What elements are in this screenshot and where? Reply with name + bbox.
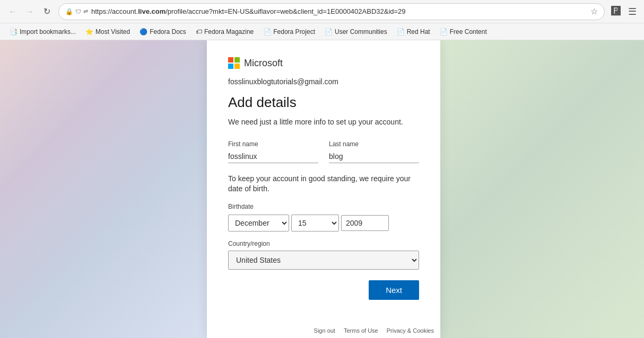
month-select[interactable]: January February March April May June Ju… [228, 215, 289, 232]
fedora-project-icon: 📄 [263, 28, 271, 35]
bookmark-fedora-docs-label: Fedora Docs [150, 28, 186, 35]
first-name-input[interactable] [228, 150, 318, 163]
ms-logo-green [234, 57, 240, 63]
ms-logo-red [228, 57, 233, 63]
bookmark-import-label: Import bookmarks... [20, 28, 76, 35]
name-row: First name Last name [228, 140, 419, 163]
dob-section: To keep your account in good standing, w… [228, 174, 419, 232]
address-text: https://account.live.com/profile/accrue?… [91, 7, 587, 15]
dob-note: To keep your account in good standing, w… [228, 174, 419, 194]
bookmark-user-communities-label: User Communities [335, 28, 387, 35]
day-select[interactable]: 1234 5678 9101112 13141516 17181920 2122… [291, 215, 339, 232]
form-panel: Microsoft fosslinuxblogtutorials@gmail.c… [207, 40, 440, 338]
bookmark-user-communities[interactable]: 📄 User Communities [320, 26, 391, 37]
privacy-link[interactable]: Privacy & Cookies [387, 327, 434, 334]
first-name-group: First name [228, 140, 318, 163]
back-button[interactable]: ← [5, 4, 20, 19]
most-visited-icon: ⭐ [85, 28, 93, 35]
microsoft-logo: Microsoft [228, 57, 419, 69]
ms-logo-grid [228, 57, 240, 69]
bookmark-most-visited[interactable]: ⭐ Most Visited [81, 26, 134, 37]
sign-out-link[interactable]: Sign out [314, 327, 335, 334]
last-name-label: Last name [329, 140, 419, 148]
browser-actions: 🅿 ☰ [609, 4, 639, 20]
next-button[interactable]: Next [369, 280, 419, 300]
fedora-docs-icon: 🔵 [140, 28, 147, 35]
birthdate-label: Birthdate [228, 203, 419, 210]
terms-link[interactable]: Terms of Use [344, 327, 378, 334]
last-name-group: Last name [329, 140, 419, 163]
address-bar-icons: 🔒 🛡 ⇌ [65, 8, 88, 15]
address-bar[interactable]: 🔒 🛡 ⇌ https://account.live.com/profile/a… [58, 3, 605, 20]
background-left [0, 40, 207, 338]
bookmark-red-hat[interactable]: 📄 Red Hat [393, 26, 434, 37]
shield-icon: 🛡 [75, 8, 81, 15]
bookmarks-bar: 📑 Import bookmarks... ⭐ Most Visited 🔵 F… [0, 23, 644, 40]
ms-logo-yellow [234, 64, 240, 69]
dob-row: January February March April May June Ju… [228, 215, 419, 232]
user-communities-icon: 📄 [325, 28, 333, 35]
button-row: Next [228, 280, 419, 300]
bookmark-free-content-label: Free Content [450, 28, 487, 35]
country-label: Country/region [228, 240, 419, 247]
red-hat-icon: 📄 [397, 28, 405, 35]
country-select[interactable]: United States United Kingdom Canada Aust… [228, 251, 419, 270]
browser-toolbar: ← → ↻ 🔒 🛡 ⇌ https://account.live.com/pro… [0, 0, 644, 23]
fedora-magazine-icon: 🏷 [196, 28, 202, 35]
last-name-input[interactable] [329, 150, 419, 163]
page-footer: Sign out Terms of Use Privacy & Cookies [308, 323, 440, 338]
bookmark-import-bookmarks[interactable]: 📑 Import bookmarks... [5, 26, 80, 37]
bookmark-fedora-docs[interactable]: 🔵 Fedora Docs [135, 26, 190, 37]
bookmark-free-content[interactable]: 📄 Free Content [436, 26, 491, 37]
bookmark-most-visited-label: Most Visited [95, 28, 130, 35]
bookmark-star-button[interactable]: ☆ [590, 6, 598, 16]
bookmark-fedora-project[interactable]: 📄 Fedora Project [259, 26, 319, 37]
lock-icon: 🔒 [65, 8, 73, 15]
ms-logo-blue [228, 64, 233, 69]
import-icon: 📑 [10, 28, 18, 35]
account-email: fosslinuxblogtutorials@gmail.com [228, 77, 419, 86]
forward-button[interactable]: → [22, 4, 37, 19]
bookmark-red-hat-label: Red Hat [407, 28, 430, 35]
free-content-icon: 📄 [440, 28, 448, 35]
bookmark-fedora-magazine[interactable]: 🏷 Fedora Magazine [192, 26, 258, 37]
first-name-label: First name [228, 140, 318, 148]
redirect-icon: ⇌ [83, 8, 88, 15]
pocket-button[interactable]: 🅿 [609, 4, 623, 19]
reload-button[interactable]: ↻ [39, 4, 54, 19]
bookmark-fedora-project-label: Fedora Project [273, 28, 315, 35]
bookmark-fedora-magazine-label: Fedora Magazine [204, 28, 254, 35]
year-input[interactable] [341, 215, 389, 231]
page-title: Add details [228, 94, 419, 111]
menu-button[interactable]: ☰ [626, 4, 639, 20]
microsoft-logo-text: Microsoft [244, 58, 283, 69]
page-subtitle: We need just a little more info to set u… [228, 117, 419, 128]
main-content: Microsoft fosslinuxblogtutorials@gmail.c… [0, 40, 644, 338]
nav-buttons: ← → ↻ [5, 4, 54, 19]
